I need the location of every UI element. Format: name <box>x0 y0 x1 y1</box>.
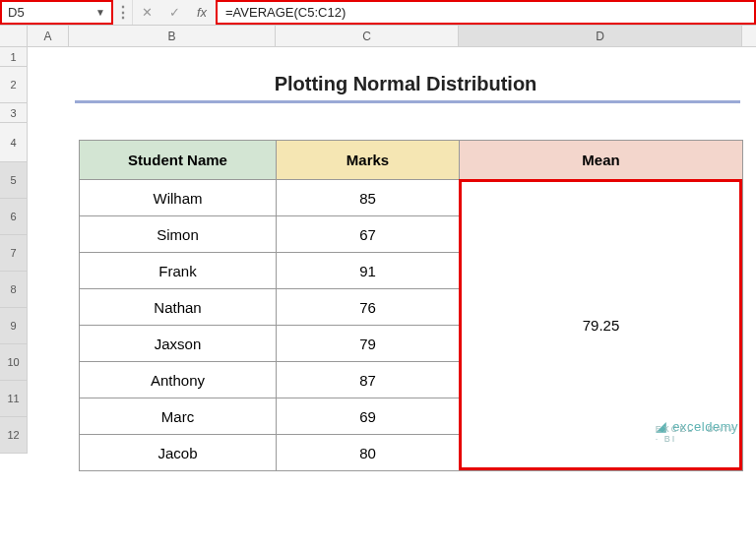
row-header[interactable]: 8 <box>0 272 28 308</box>
formula-text: =AVERAGE(C5:C12) <box>225 5 346 20</box>
page-title: Plotting Normal Distribution <box>69 67 742 95</box>
formula-input[interactable]: =AVERAGE(C5:C12) <box>216 0 756 25</box>
header-mean[interactable]: Mean <box>460 141 743 180</box>
name-box[interactable]: D5 ▼ <box>0 0 113 25</box>
cell-marks[interactable]: 87 <box>277 362 460 398</box>
confirm-icon[interactable]: ✓ <box>160 0 188 25</box>
row-header[interactable]: 2 <box>0 67 28 103</box>
cell-name[interactable]: Frank <box>80 253 277 289</box>
row-header[interactable]: 12 <box>0 417 28 454</box>
table-row: Wilham 85 79.25 <box>80 180 743 216</box>
name-box-value: D5 <box>8 5 92 20</box>
title-underline <box>75 100 740 103</box>
row-header[interactable]: 3 <box>0 103 28 123</box>
data-table: Student Name Marks Mean Wilham 85 79.25 … <box>79 140 743 471</box>
cell-marks[interactable]: 85 <box>277 180 460 216</box>
cell-marks[interactable]: 76 <box>277 289 460 326</box>
chevron-down-icon[interactable]: ▼ <box>92 7 105 18</box>
cell-marks[interactable]: 91 <box>277 253 460 289</box>
row-header[interactable]: 7 <box>0 235 28 272</box>
sheet-body[interactable]: Plotting Normal Distribution Student Nam… <box>28 47 756 454</box>
row-header[interactable]: 5 <box>0 162 28 199</box>
header-marks[interactable]: Marks <box>277 141 460 180</box>
cell-name[interactable]: Jacob <box>80 435 277 471</box>
row-headers: 1 2 3 4 5 6 7 8 9 10 11 12 <box>0 47 28 454</box>
cell-name[interactable]: Marc <box>80 398 277 435</box>
col-header-A[interactable]: A <box>28 26 69 46</box>
row-header[interactable]: 1 <box>0 47 28 67</box>
cell-name[interactable]: Nathan <box>80 289 277 326</box>
row-header[interactable]: 6 <box>0 199 28 235</box>
cell-name[interactable]: Anthony <box>80 362 277 398</box>
table-header-row: Student Name Marks Mean <box>80 141 743 180</box>
cell-name[interactable]: Simon <box>80 216 277 253</box>
col-header-D[interactable]: D <box>459 26 742 46</box>
fx-icon[interactable]: fx <box>188 0 216 25</box>
row-header[interactable]: 10 <box>0 344 28 381</box>
row-header[interactable]: 9 <box>0 308 28 344</box>
row-header[interactable]: 11 <box>0 381 28 417</box>
cell-marks[interactable]: 69 <box>277 398 460 435</box>
row-header[interactable]: 4 <box>0 123 28 162</box>
watermark: ◢ exceldemy EXCEL · DATA · BI <box>656 418 738 434</box>
spreadsheet-grid: A B C D 1 2 3 4 5 6 7 8 9 10 11 12 Plott… <box>0 26 756 454</box>
col-header-C[interactable]: C <box>276 26 459 46</box>
cell-marks[interactable]: 67 <box>277 216 460 253</box>
cell-name[interactable]: Wilham <box>80 180 277 216</box>
col-header-B[interactable]: B <box>69 26 276 46</box>
cell-marks[interactable]: 79 <box>277 326 460 362</box>
header-student-name[interactable]: Student Name <box>80 141 277 180</box>
watermark-tag: EXCEL · DATA · BI <box>656 424 738 444</box>
cell-name[interactable]: Jaxson <box>80 326 277 362</box>
column-headers: A B C D <box>0 26 756 47</box>
cancel-icon[interactable]: ✕ <box>133 0 160 25</box>
cell-marks[interactable]: 80 <box>277 435 460 471</box>
select-all-corner[interactable] <box>0 26 28 46</box>
separator: ⋮ <box>113 0 133 25</box>
formula-bar: D5 ▼ ⋮ ✕ ✓ fx =AVERAGE(C5:C12) <box>0 0 756 26</box>
